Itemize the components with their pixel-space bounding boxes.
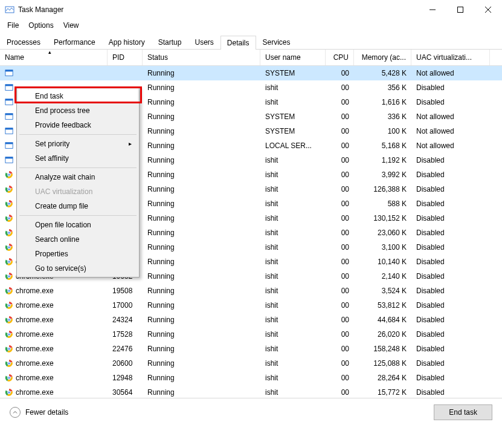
- cell-status: Running: [143, 83, 260, 92]
- cell-uac: Disabled: [411, 345, 490, 353]
- cell-user: ishit: [260, 170, 326, 179]
- window-titlebar: Task Manager: [0, 0, 502, 19]
- cell-cpu: 00: [326, 214, 354, 222]
- col-name[interactable]: Name▴: [0, 50, 108, 65]
- process-name: chrome.exe: [16, 359, 54, 368]
- cell-uac: Disabled: [411, 330, 490, 339]
- table-row[interactable]: chrome.exe19508Runningishit003,524 KDisa…: [0, 284, 502, 298]
- cell-uac: Disabled: [411, 374, 490, 382]
- table-row[interactable]: chrome.exe30564Runningishit0015,772 KDis…: [0, 385, 502, 398]
- process-name: chrome.exe: [16, 388, 54, 397]
- col-uac[interactable]: UAC virtualizati...: [411, 50, 490, 65]
- menu-file[interactable]: File: [2, 19, 24, 31]
- cell-name: chrome.exe: [0, 287, 108, 295]
- cell-user: ishit: [260, 200, 326, 208]
- col-pid[interactable]: PID: [108, 50, 143, 65]
- svg-point-60: [8, 362, 10, 365]
- end-task-button[interactable]: End task: [434, 404, 492, 420]
- cell-uac: Disabled: [411, 83, 490, 92]
- cell-memory: 26,020 K: [354, 330, 411, 339]
- col-memory[interactable]: Memory (ac...: [354, 50, 411, 65]
- tab-performance[interactable]: Performance: [47, 35, 102, 49]
- context-menu-end-task[interactable]: End task: [18, 89, 138, 103]
- cell-cpu: 00: [326, 141, 354, 150]
- cell-status: Running: [143, 200, 260, 208]
- cell-status: Running: [143, 316, 260, 324]
- cell-status: Running: [143, 345, 260, 353]
- tab-users[interactable]: Users: [188, 35, 220, 49]
- cell-cpu: 00: [326, 112, 354, 121]
- svg-rect-2: [458, 7, 463, 12]
- cell-user: ishit: [260, 272, 326, 281]
- cell-cpu: 00: [326, 98, 354, 106]
- app-window-icon: [5, 112, 13, 121]
- cell-cpu: 00: [326, 258, 354, 266]
- context-menu-go-to-service-s[interactable]: Go to service(s): [18, 261, 138, 276]
- table-row[interactable]: chrome.exe24324Runningishit0044,684 KDis…: [0, 313, 502, 327]
- cell-status: Running: [143, 359, 260, 368]
- table-row[interactable]: RunningSYSTEM005,428 KNot allowed: [0, 66, 502, 80]
- tab-startup[interactable]: Startup: [152, 35, 188, 49]
- cell-status: Running: [143, 156, 260, 164]
- cell-uac: Disabled: [411, 185, 490, 193]
- context-menu-create-dump-file[interactable]: Create dump file: [18, 199, 138, 213]
- tab-details[interactable]: Details: [220, 36, 256, 50]
- cell-name: chrome.exe: [0, 359, 108, 368]
- table-row[interactable]: chrome.exe22476Runningishit00158,248 KDi…: [0, 342, 502, 356]
- cell-status: Running: [143, 185, 260, 193]
- cell-memory: 356 K: [354, 83, 411, 92]
- col-cpu[interactable]: CPU: [326, 50, 354, 65]
- col-status[interactable]: Status: [143, 50, 260, 65]
- tab-app-history[interactable]: App history: [102, 35, 152, 49]
- cell-user: ishit: [260, 229, 326, 237]
- context-menu-provide-feedback[interactable]: Provide feedback: [18, 118, 138, 132]
- col-user[interactable]: User name: [260, 50, 326, 65]
- cell-uac: Disabled: [411, 316, 490, 324]
- table-row[interactable]: chrome.exe17528Runningishit0026,020 KDis…: [0, 327, 502, 342]
- cell-status: Running: [143, 243, 260, 252]
- table-row[interactable]: chrome.exe17000Runningishit0053,812 KDis…: [0, 298, 502, 313]
- cell-pid: 17000: [108, 301, 143, 310]
- chrome-icon: [5, 388, 13, 397]
- table-row[interactable]: chrome.exe20600Runningishit00125,088 KDi…: [0, 356, 502, 371]
- app-window-icon: [5, 98, 13, 106]
- cell-uac: Disabled: [411, 258, 490, 266]
- tab-services[interactable]: Services: [256, 35, 297, 49]
- cell-uac: Not allowed: [411, 127, 490, 135]
- close-button[interactable]: [474, 0, 502, 19]
- maximize-button[interactable]: [446, 0, 474, 19]
- context-menu-analyze-wait-chain[interactable]: Analyze wait chain: [18, 170, 138, 184]
- context-menu-properties[interactable]: Properties: [18, 247, 138, 261]
- fewer-details-button[interactable]: Fewer details: [10, 407, 68, 418]
- tab-processes[interactable]: Processes: [0, 35, 47, 49]
- cell-cpu: 00: [326, 127, 354, 135]
- app-window-icon: [5, 156, 13, 164]
- context-menu-open-file-location[interactable]: Open file location: [18, 218, 138, 232]
- cell-status: Running: [143, 112, 260, 121]
- minimize-button[interactable]: [419, 0, 446, 19]
- menu-options[interactable]: Options: [24, 19, 58, 31]
- context-menu-end-process-tree[interactable]: End process tree: [18, 103, 138, 118]
- cell-user: SYSTEM: [260, 112, 326, 121]
- cell-pid: 17528: [108, 330, 143, 339]
- cell-memory: 3,524 K: [354, 287, 411, 295]
- chrome-icon: [5, 229, 13, 237]
- cell-memory: 1,616 K: [354, 98, 411, 106]
- cell-cpu: 00: [326, 330, 354, 339]
- cell-cpu: 00: [326, 301, 354, 310]
- context-menu-set-priority[interactable]: Set priority▸: [18, 137, 138, 151]
- cell-user: LOCAL SER...: [260, 141, 326, 150]
- cell-memory: 3,992 K: [354, 170, 411, 179]
- menu-view[interactable]: View: [59, 19, 84, 31]
- context-menu-search-online[interactable]: Search online: [18, 232, 138, 247]
- cell-cpu: 00: [326, 185, 354, 193]
- cell-uac: Disabled: [411, 272, 490, 281]
- cell-name: chrome.exe: [0, 388, 108, 397]
- table-row[interactable]: chrome.exe12948Runningishit0028,264 KDis…: [0, 371, 502, 385]
- svg-point-51: [8, 319, 10, 321]
- chevron-right-icon: ▸: [129, 140, 132, 147]
- chrome-icon: [5, 316, 13, 324]
- context-menu-set-affinity[interactable]: Set affinity: [18, 151, 138, 166]
- cell-user: SYSTEM: [260, 69, 326, 77]
- chrome-icon: [5, 374, 13, 382]
